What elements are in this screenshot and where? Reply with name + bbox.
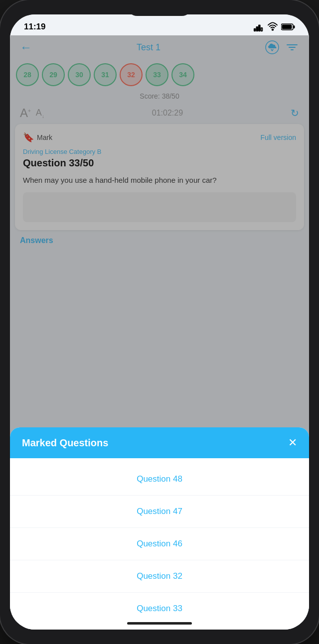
home-bar [127,622,192,625]
notch [127,0,192,16]
status-icons [253,21,295,32]
modal-item-q47[interactable]: Question 47 [10,496,309,528]
svg-rect-7 [282,25,292,29]
modal-header: Marked Questions ✕ [10,427,309,458]
svg-rect-0 [254,29,256,31]
modal-sheet: Marked Questions ✕ Question 48 Question … [10,427,309,630]
battery-icon [281,23,295,30]
modal-close-button[interactable]: ✕ [288,436,297,449]
svg-rect-3 [261,28,263,31]
signal-icon [253,21,264,32]
modal-item-q32[interactable]: Question 32 [10,560,309,593]
phone-shell: 11:19 [0,0,319,644]
wifi-icon [267,21,278,32]
modal-overlay: Marked Questions ✕ Question 48 Question … [10,35,309,630]
svg-rect-2 [259,25,260,31]
modal-item-q46[interactable]: Question 46 [10,528,309,560]
modal-body: Question 48 Question 47 Question 46 Ques… [10,458,309,630]
content-area: ← Test 1 [10,35,309,630]
svg-point-4 [272,29,274,30]
svg-rect-1 [256,27,258,31]
modal-item-q48[interactable]: Question 48 [10,463,309,496]
status-bar: 11:19 [10,14,309,35]
modal-title: Marked Questions [22,437,108,449]
status-time: 11:19 [24,22,45,32]
phone-screen: 11:19 [10,14,309,630]
modal-item-q33[interactable]: Question 33 [10,593,309,625]
svg-rect-6 [294,25,295,28]
